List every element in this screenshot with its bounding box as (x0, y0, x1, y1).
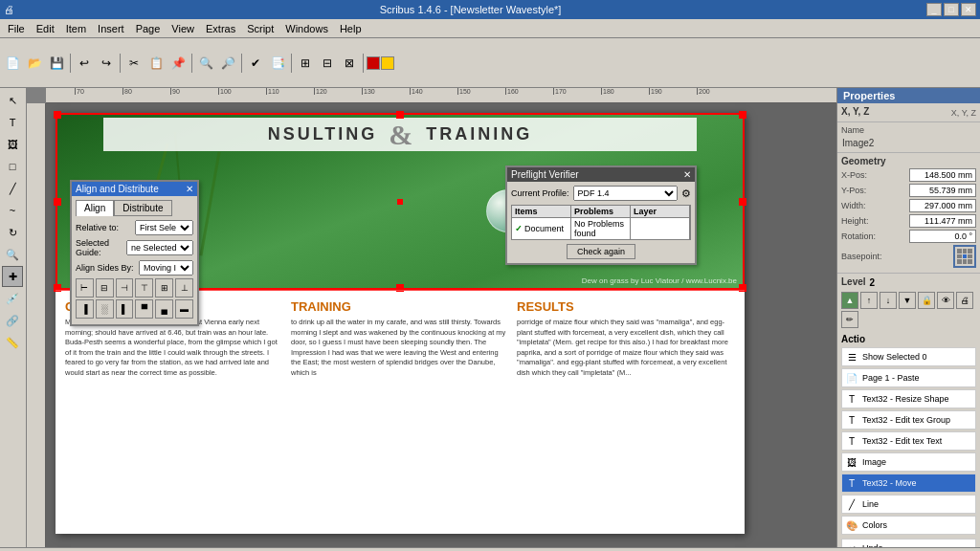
align-center-h-btn[interactable]: ⊟ (96, 278, 114, 298)
align-btn2-1[interactable]: ▐ (76, 299, 94, 319)
text-edit2-icon: T (844, 433, 859, 449)
menu-insert[interactable]: Insert (92, 21, 130, 36)
link-tool[interactable]: 🔗 (2, 310, 23, 331)
undo-button[interactable]: ↩ Undo (841, 539, 976, 547)
selected-guide-select[interactable]: ne Selected (126, 240, 193, 255)
cut-btn[interactable]: ✂ (123, 53, 145, 74)
width-field[interactable] (909, 199, 976, 212)
zoom-tool[interactable]: 🔍 (2, 244, 23, 265)
preflight-btn[interactable]: ✔ (245, 53, 266, 74)
snap-guides-btn[interactable]: ⊟ (317, 53, 338, 74)
canvas-area[interactable]: 70 80 90 100 110 120 130 140 150 160 170… (27, 88, 836, 547)
align-tab-distribute[interactable]: Distribute (114, 200, 171, 216)
align-center-v-btn[interactable]: ⊞ (155, 278, 173, 298)
measure-tool[interactable]: 📏 (2, 332, 23, 353)
ypos-field[interactable] (909, 184, 976, 197)
align-dialog-close[interactable]: ✕ (186, 184, 193, 194)
snap-items-btn[interactable]: ⊠ (339, 53, 360, 74)
level-print-btn[interactable]: 🖨 (956, 292, 973, 309)
action-text32-edit2[interactable]: T Text32 - Edit tex Text (841, 431, 976, 451)
menu-page[interactable]: Page (130, 21, 167, 36)
align-btn2-5[interactable]: ▄ (155, 299, 173, 319)
menu-edit[interactable]: Edit (31, 21, 60, 36)
align-btn2-3[interactable]: ▌ (116, 299, 134, 319)
height-field[interactable] (909, 214, 976, 228)
canvas-content[interactable]: NSULTING & TRAINING Dew on grass by Luc … (46, 103, 836, 547)
align-sides-select[interactable]: Moving I (139, 260, 193, 276)
col1-text: Munich at 8.35 P.M., on 1st May, arrivin… (65, 318, 283, 378)
check-again-button[interactable]: Check again (567, 244, 635, 259)
column-consulting: CONSULTING Munich at 8.35 P.M., on 1st M… (65, 299, 283, 529)
new-btn[interactable]: 📄 (2, 53, 23, 74)
action-text32-resize[interactable]: T Text32 - Resize Shape (841, 389, 976, 408)
rotation-field[interactable] (909, 230, 976, 243)
level-bottom-btn[interactable]: ▼ (899, 292, 916, 309)
name-label: Name (841, 125, 894, 135)
zoom-out-btn[interactable]: 🔎 (217, 53, 238, 74)
level-top-btn[interactable]: ▲ (841, 292, 858, 309)
shape-tool[interactable]: □ (2, 156, 23, 177)
snap-grid-btn[interactable]: ⊞ (295, 53, 316, 74)
align-bottom-btn[interactable]: ⊥ (175, 278, 193, 298)
action-page-paste[interactable]: 📄 Page 1 - Paste (841, 368, 976, 387)
align-btn2-6[interactable]: ▬ (175, 299, 193, 319)
level-up-btn[interactable]: ↑ (860, 292, 878, 309)
width-label: Width: (841, 201, 894, 210)
relative-to-select[interactable]: First Sele (135, 220, 193, 235)
select-tool[interactable]: ↖ (2, 90, 23, 111)
align-top-btn[interactable]: ⊤ (135, 278, 153, 298)
undo-btn[interactable]: ↩ (74, 53, 95, 74)
align-tab-align[interactable]: Align (76, 200, 114, 216)
menu-windows[interactable]: Windows (279, 21, 334, 36)
preflight-close[interactable]: ✕ (683, 169, 691, 180)
level-edit-btn[interactable]: ✏ (841, 311, 858, 328)
action-image[interactable]: 🖼 Image (841, 452, 976, 472)
move-tool[interactable]: ✚ (2, 266, 23, 287)
copy-btn[interactable]: 📋 (145, 53, 167, 74)
save-btn[interactable]: 💾 (46, 53, 67, 74)
pdf-btn[interactable]: 📑 (267, 53, 288, 74)
image-tool[interactable]: 🖼 (2, 134, 23, 155)
eyedropper-tool[interactable]: 💉 (2, 288, 23, 309)
menu-file[interactable]: File (2, 21, 31, 36)
color-btn[interactable] (367, 56, 380, 70)
action-text32-edit1[interactable]: T Text32 - Edit tex Group (841, 410, 976, 430)
menu-help[interactable]: Help (334, 21, 368, 36)
action-line[interactable]: ╱ Line (841, 495, 976, 514)
align-sides-label: Align Sides By: (76, 263, 139, 273)
align-btn2-4[interactable]: ▀ (135, 299, 153, 319)
menu-extras[interactable]: Extras (200, 21, 241, 36)
basepoint-widget[interactable] (953, 245, 976, 268)
maximize-button[interactable]: □ (944, 3, 959, 16)
align-left-btn[interactable]: ⊢ (76, 278, 94, 298)
action-text32-move[interactable]: T Text32 - Move (841, 474, 976, 493)
minimize-button[interactable]: _ (926, 3, 942, 16)
bezier-tool[interactable]: ~ (2, 200, 23, 221)
level-down-btn[interactable]: ↓ (880, 292, 897, 309)
colors-label: Colors (862, 520, 887, 530)
level-hide-btn[interactable]: 👁 (937, 292, 954, 309)
profile-select[interactable]: PDF 1.4 (573, 186, 678, 201)
line-tool[interactable]: ╱ (2, 178, 23, 199)
menu-item[interactable]: Item (60, 21, 92, 36)
align-btn2-2[interactable]: ░ (96, 299, 114, 319)
level-lock-btn[interactable]: 🔒 (918, 292, 935, 309)
open-btn[interactable]: 📂 (24, 53, 45, 74)
close-button[interactable]: ✕ (961, 3, 976, 16)
align-sides-row: Align Sides By: Moving I (76, 260, 193, 276)
rotate-tool[interactable]: ↻ (2, 222, 23, 243)
xpos-field[interactable] (909, 168, 976, 182)
action-colors[interactable]: 🎨 Colors (841, 516, 976, 535)
action-show-selected[interactable]: ☰ Show Selected 0 (841, 347, 976, 366)
fill-btn[interactable] (381, 56, 394, 70)
menu-bar: File Edit Item Insert Page View Extras S… (0, 19, 980, 38)
zoom-in-btn[interactable]: 🔍 (195, 53, 216, 74)
xyz-section: X, Y, Z X, Y, Z (837, 103, 980, 122)
profile-settings-icon[interactable]: ⚙ (681, 187, 691, 200)
menu-script[interactable]: Script (241, 21, 279, 36)
align-right-btn[interactable]: ⊣ (116, 278, 134, 298)
paste-btn[interactable]: 📌 (167, 53, 189, 74)
menu-view[interactable]: View (166, 21, 200, 36)
redo-btn[interactable]: ↪ (96, 53, 117, 74)
text-tool[interactable]: T (2, 112, 23, 133)
